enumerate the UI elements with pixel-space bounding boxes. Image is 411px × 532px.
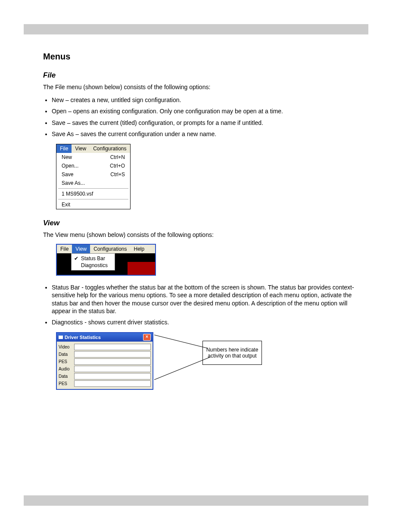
file-item-new-label: New: [62, 154, 72, 160]
driver-field-pes2: [74, 380, 151, 387]
driver-row-data2: Data: [59, 373, 151, 380]
close-icon[interactable]: ×: [143, 334, 151, 341]
view-bullet-list: Status Bar - toggles whether the status …: [52, 283, 362, 326]
footer-bar: [24, 495, 368, 506]
subheading-file: File: [43, 71, 362, 80]
section-heading-menus: Menus: [43, 52, 362, 62]
file-item-new[interactable]: New Ctrl+N: [56, 153, 130, 162]
file-item-new-accel: Ctrl+N: [110, 154, 125, 160]
content-area: Menus File The File menu (shown below) c…: [43, 52, 362, 397]
file-bullet-saveas: Save As – saves the current configuratio…: [52, 130, 362, 138]
callout-line-2: [154, 357, 210, 380]
view-bullet-statusbar: Status Bar - toggles whether the status …: [52, 283, 362, 315]
file-item-saveas-label: Save As...: [62, 180, 85, 186]
file-menu-bar-file[interactable]: File: [56, 144, 72, 153]
window-icon: [59, 336, 63, 339]
file-menu-separator-2: [58, 199, 128, 199]
driver-field-audio: [74, 366, 151, 372]
driver-label-pes1: PES: [59, 359, 74, 364]
subheading-view: View: [43, 219, 362, 227]
view-menu-bar-view[interactable]: View: [72, 245, 90, 253]
file-item-open-label: Open...: [62, 163, 78, 169]
file-bullet-open: Open – opens an existing configuration. …: [52, 107, 362, 115]
view-dropdown: ✔ Status Bar Diagnostics: [71, 253, 115, 271]
view-item-diagnostics[interactable]: Diagnostics: [72, 262, 115, 269]
file-item-save[interactable]: Save Ctrl+S: [56, 170, 130, 179]
file-item-exit[interactable]: Exit: [56, 200, 130, 209]
file-item-recent[interactable]: 1 MS9500.vsf: [56, 190, 130, 198]
file-dropdown: New Ctrl+N Open... Ctrl+O Save Ctrl+S Sa…: [56, 153, 130, 209]
header-bar: [24, 24, 368, 34]
driver-field-data2: [74, 373, 151, 380]
driver-label-video: Video: [59, 345, 74, 349]
file-item-saveas[interactable]: Save As...: [56, 179, 130, 187]
driver-row-data1: Data: [59, 351, 151, 358]
file-item-recent-label: 1 MS9500.vsf: [62, 191, 93, 197]
driver-row-pes1: PES: [59, 358, 151, 365]
driver-field-data1: [74, 351, 151, 358]
driver-label-pes2: PES: [59, 381, 74, 386]
view-item-statusbar[interactable]: ✔ Status Bar: [72, 255, 115, 262]
driver-row-video: Video: [59, 344, 151, 350]
file-menu-description: The File menu (shown below) consists of …: [43, 83, 362, 91]
file-bullet-save: Save – saves the current (titled) config…: [52, 119, 362, 127]
driver-label-audio: Audio: [59, 367, 74, 371]
driver-label-data2: Data: [59, 374, 74, 379]
file-item-save-label: Save: [62, 171, 73, 177]
driver-stats-dialog: Driver Statistics × Video Data PES: [56, 332, 153, 390]
file-menu-bar: File View Configurations: [56, 144, 130, 153]
view-menu-bar: File View Configurations Help: [57, 245, 155, 253]
check-icon: ✔: [74, 255, 78, 261]
view-menu-screenshot: File View Configurations Help ✔ Status B…: [56, 244, 156, 276]
driver-field-pes1: [74, 358, 151, 365]
view-menu-bar-config[interactable]: Configurations: [90, 245, 130, 253]
driver-stats-body: Video Data PES Audio: [57, 342, 153, 389]
file-item-open[interactable]: Open... Ctrl+O: [56, 162, 130, 170]
view-item-diagnostics-label: Diagnostics: [81, 262, 108, 268]
callout-line-1: [154, 335, 208, 348]
file-menu-bar-view[interactable]: View: [72, 144, 90, 153]
driver-field-video: [74, 344, 151, 350]
file-item-save-accel: Ctrl+S: [110, 171, 125, 177]
file-menu-separator-1: [58, 188, 128, 189]
view-bullet-diagnostics: Diagnostics - shows current driver stati…: [52, 318, 362, 326]
logo-fragment: [128, 262, 155, 275]
driver-row-audio: Audio: [59, 366, 151, 372]
file-item-open-accel: Ctrl+O: [110, 163, 125, 169]
file-bullet-new: New – creates a new, untitled sign confi…: [52, 96, 362, 104]
file-menu-screenshot: File View Configurations New Ctrl+N Open…: [56, 144, 131, 209]
driver-stats-figure: Driver Statistics × Video Data PES: [56, 332, 280, 397]
callout-note: Numbers here indicate activity on that o…: [202, 341, 262, 365]
view-menu-description: The View menu (shown below) consists of …: [43, 231, 362, 239]
driver-row-pes2: PES: [59, 380, 151, 387]
view-item-statusbar-label: Status Bar: [81, 255, 105, 261]
view-menu-bar-file[interactable]: File: [57, 245, 72, 253]
driver-stats-title: Driver Statistics: [65, 335, 101, 340]
driver-stats-titlebar: Driver Statistics ×: [57, 333, 153, 342]
file-menu-bar-config[interactable]: Configurations: [90, 144, 130, 153]
file-item-exit-label: Exit: [62, 202, 70, 208]
file-bullet-list: New – creates a new, untitled sign confi…: [52, 96, 362, 138]
driver-label-data1: Data: [59, 352, 74, 357]
view-menu-bar-help[interactable]: Help: [131, 245, 148, 253]
